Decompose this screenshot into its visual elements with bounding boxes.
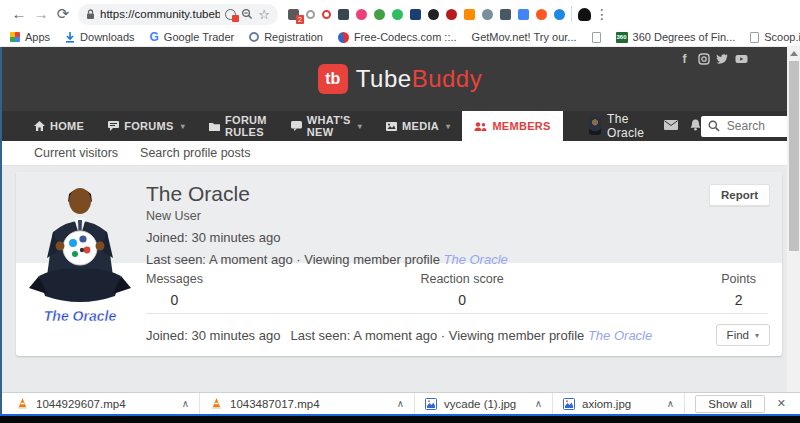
nav-home[interactable]: HOME (22, 111, 96, 141)
footer-profile-link[interactable]: The Oracle (588, 328, 652, 343)
subnav-search-profile-posts[interactable]: Search profile posts (140, 146, 250, 160)
stat-value: 2 (721, 292, 756, 308)
bookmark-scoopit[interactable]: Scoop.it! (750, 31, 800, 43)
lock-icon (86, 9, 95, 20)
bookmark-getmov[interactable]: GetMov.net! Try our... (472, 31, 577, 43)
download-item[interactable]: axiom.jpg ∧ (553, 393, 685, 415)
chevron-up-icon[interactable]: ∧ (667, 398, 674, 409)
bookmark-page-icon[interactable] (592, 32, 601, 43)
nav-members-active-tab[interactable]: MEMBERS (462, 111, 562, 141)
envelope-icon[interactable] (664, 120, 678, 132)
search-icon (708, 120, 720, 132)
twitter-icon[interactable] (716, 52, 729, 65)
account-menu[interactable]: The Oracle (589, 112, 650, 140)
bookmark-free-codecs[interactable]: Free-Codecs.com ::.. (338, 31, 457, 43)
profile-avatar[interactable]: The Oracle (25, 180, 135, 328)
subnav-current-visitors[interactable]: Current visitors (34, 146, 118, 160)
youtube-icon[interactable] (735, 52, 748, 65)
logo-text-tube: Tube (356, 65, 412, 92)
account-name: The Oracle (607, 112, 650, 140)
pocket-icon[interactable] (482, 9, 493, 20)
extension-icon[interactable] (322, 10, 331, 19)
chevron-up-icon[interactable]: ∧ (397, 398, 404, 409)
forward-icon[interactable]: → (30, 1, 52, 27)
close-icon[interactable]: ✕ (777, 397, 786, 410)
rss-icon[interactable] (464, 9, 475, 20)
nav-media[interactable]: MEDIA ▾ (374, 111, 462, 141)
bookmark-label: Apps (25, 31, 50, 43)
wordpress-icon[interactable] (428, 9, 439, 20)
extension-icon[interactable]: 2 (288, 9, 299, 20)
chevron-up-icon[interactable]: ∧ (182, 398, 189, 409)
evernote-icon[interactable] (392, 9, 403, 20)
bookmark-360-degrees[interactable]: 360360 Degrees of Fin... (616, 31, 736, 43)
download-item[interactable]: 1044929607.mp4 ∧ (0, 393, 200, 415)
bookmark-label: Registration (264, 31, 323, 43)
bell-icon[interactable] (690, 119, 701, 133)
extension-icon[interactable] (446, 9, 457, 20)
extension-icon[interactable] (536, 9, 547, 20)
instagram-icon[interactable] (697, 52, 710, 65)
bookmark-registration[interactable]: Registration (249, 31, 323, 43)
stat-messages[interactable]: Messages 0 (146, 272, 203, 313)
registration-icon (249, 32, 259, 42)
facebook-icon[interactable]: f (678, 52, 691, 65)
profile-card: The Oracle The Oracle New User Joined: 3… (16, 172, 782, 356)
extension-icon[interactable] (410, 9, 421, 20)
address-bar[interactable]: https://community.tubebuddy.co... ☆ (78, 4, 278, 25)
download-item[interactable]: 1043487017.mp4 ∧ (200, 393, 415, 415)
nav-whats-new-label: WHAT'S NEW (307, 114, 351, 138)
window-left-edge (0, 47, 2, 414)
stat-label: Reaction score (420, 272, 503, 286)
nav-whats-new[interactable]: WHAT'S NEW ▾ (279, 111, 374, 141)
report-button[interactable]: Report (709, 184, 770, 206)
zoom-out-icon[interactable] (241, 8, 253, 20)
back-icon[interactable]: ← (8, 1, 30, 27)
folder-icon (209, 122, 220, 131)
nav-forums[interactable]: FORUMS ▾ (96, 111, 197, 141)
chevron-up-icon[interactable]: ∧ (535, 398, 542, 409)
download-item[interactable]: vycade (1).jpg ∧ (415, 393, 553, 415)
bookmark-star-icon[interactable]: ☆ (258, 7, 270, 22)
extension-icon[interactable] (306, 10, 315, 19)
stat-reaction-score[interactable]: Reaction score 0 (420, 272, 503, 313)
profile-joined: Joined: 30 minutes ago (146, 230, 766, 245)
chrome-menu-icon[interactable]: ⋮ (595, 6, 609, 22)
profile-last-seen: Last seen: A moment ago · Viewing member… (146, 252, 766, 267)
extension-icon[interactable] (554, 9, 565, 20)
stat-points[interactable]: Points 2 (721, 272, 756, 313)
extension-icon[interactable] (500, 9, 511, 20)
logo-text-buddy: Buddy (412, 65, 483, 92)
bookmark-google-trader[interactable]: GGoogle Trader (150, 31, 235, 43)
reload-icon[interactable]: ⟳ (52, 1, 74, 27)
last-seen-profile-link[interactable]: The Oracle (443, 252, 507, 267)
footer-last-seen-text: Last seen: A moment ago · Viewing member… (290, 328, 584, 343)
last-seen-text: Last seen: A moment ago · Viewing member… (146, 252, 440, 267)
show-all-button[interactable]: Show all (695, 395, 764, 413)
site-banner: tb TubeBuddy f (0, 47, 800, 111)
find-button[interactable]: Find▾ (716, 324, 770, 346)
bookmark-apps[interactable]: Apps (10, 31, 50, 43)
nav-home-label: HOME (50, 120, 84, 132)
media-icon (386, 122, 397, 131)
scrollbar-up-arrow[interactable] (790, 51, 798, 56)
browser-profile-icon[interactable] (578, 8, 591, 21)
download-filename: 1044929607.mp4 (36, 398, 126, 410)
bookmark-label: Scoop.it! (764, 31, 800, 43)
vlc-file-icon (210, 397, 223, 410)
url-text: https://community.tubebuddy.co... (100, 8, 220, 20)
page-icon (750, 32, 759, 43)
extension-icon[interactable] (356, 9, 367, 20)
nav-forum-rules[interactable]: FORUM RULES (197, 111, 279, 141)
scrollbar[interactable] (787, 47, 800, 392)
scrollbar-thumb[interactable] (789, 61, 799, 251)
extension-icon[interactable] (338, 9, 349, 20)
extension-icon[interactable] (374, 9, 385, 20)
tag-icon[interactable] (518, 9, 529, 20)
image-file-icon (563, 398, 575, 410)
apps-grid-icon (10, 32, 20, 42)
tubebuddy-logo[interactable]: tb TubeBuddy (318, 64, 482, 94)
bookmark-downloads[interactable]: Downloads (65, 31, 134, 43)
image-file-icon (425, 398, 437, 410)
translate-icon[interactable] (225, 9, 236, 20)
